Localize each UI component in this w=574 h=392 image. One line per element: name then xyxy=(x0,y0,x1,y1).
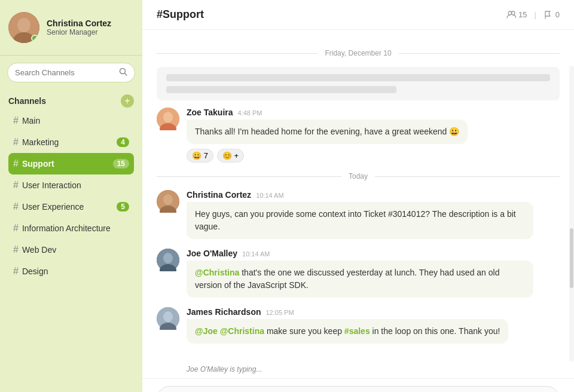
message-author: Christina Cortez xyxy=(187,190,251,200)
sidebar-item-information-architecture[interactable]: # Information Architecture xyxy=(8,218,134,239)
message-time: 12:05 PM xyxy=(266,309,294,316)
sidebar-item-design[interactable]: # Design xyxy=(8,261,134,282)
message-header: James Richardson 12:05 PM xyxy=(187,307,560,317)
svg-point-15 xyxy=(163,253,173,264)
date-divider-friday: Friday, December 10 xyxy=(157,49,560,57)
divider-line xyxy=(399,53,560,54)
search-box[interactable] xyxy=(7,63,135,82)
user-avatar xyxy=(8,12,39,43)
sidebar-item-marketing[interactable]: # Marketing 4 xyxy=(8,131,134,153)
scrollbar-thumb[interactable] xyxy=(570,228,573,288)
skeleton-line xyxy=(166,74,550,81)
hash-icon: # xyxy=(13,137,19,148)
members-icon xyxy=(506,10,516,20)
reaction-add[interactable]: 😊 + xyxy=(217,149,244,163)
channel-badge: 5 xyxy=(117,202,129,212)
avatar xyxy=(157,307,179,330)
user-profile: Christina Cortez Senior Manager xyxy=(0,0,142,56)
main-chat: #Support 15 | 0 xyxy=(142,0,574,392)
message-row: Zoe Takuira 4:48 PM Thanks all! I'm head… xyxy=(157,108,560,163)
channels-label: Channels xyxy=(8,96,46,106)
sidebar-item-user-experience[interactable]: # User Experience 5 xyxy=(8,196,134,218)
message-row: Joe O'Malley 10:14 AM @Christina that's … xyxy=(157,249,560,298)
svg-point-3 xyxy=(19,20,29,30)
avatar xyxy=(157,108,179,130)
mention: @Christina xyxy=(195,268,239,277)
divider-line xyxy=(157,53,317,54)
message-bubble: @Christina that's the one we discussed y… xyxy=(187,261,533,298)
user-info: Christina Cortez Senior Manager xyxy=(47,19,111,36)
search-input[interactable] xyxy=(15,68,115,77)
message-bubble: Hey guys, can you provide some context i… xyxy=(187,202,533,239)
flags-count: 0 xyxy=(555,10,560,19)
divider-line xyxy=(375,176,560,177)
divider-line xyxy=(157,176,341,177)
hash-icon: # xyxy=(13,158,19,169)
channels-header: Channels + xyxy=(8,90,134,110)
skeleton-message xyxy=(157,67,560,100)
sidebar-item-main[interactable]: # Main xyxy=(8,110,134,131)
hash-icon: # xyxy=(13,223,19,234)
channel-name: Marketing xyxy=(22,137,113,147)
sidebar-item-web-dev[interactable]: # Web Dev xyxy=(8,239,134,261)
message-content: Zoe Takuira 4:48 PM Thanks all! I'm head… xyxy=(187,108,560,163)
sidebar-item-user-interaction[interactable]: # User Interaction xyxy=(8,174,134,196)
flags-count-item: 0 xyxy=(544,10,560,20)
hash-icon: # xyxy=(13,201,19,212)
chat-header: #Support 15 | 0 xyxy=(142,0,574,30)
message-author: James Richardson xyxy=(187,307,261,317)
date-divider-today: Today xyxy=(157,172,560,180)
scrollbar-track[interactable] xyxy=(569,66,574,362)
avatar xyxy=(157,190,179,213)
svg-point-9 xyxy=(163,112,173,122)
hash-icon: # xyxy=(13,180,19,191)
message-time: 10:14 AM xyxy=(256,192,283,199)
skeleton-line xyxy=(166,86,396,93)
mention: @Christina xyxy=(220,326,264,336)
date-label-today: Today xyxy=(349,172,368,180)
message-bubble: Thanks all! I'm headed home for the even… xyxy=(187,120,468,144)
channel-name: Web Dev xyxy=(22,245,129,255)
add-channel-button[interactable]: + xyxy=(121,94,134,108)
message-content: Joe O'Malley 10:14 AM @Christina that's … xyxy=(187,249,560,298)
message-header: Joe O'Malley 10:14 AM xyxy=(187,249,560,258)
channel-name: User Interaction xyxy=(22,180,129,190)
channel-badge: 15 xyxy=(113,159,129,169)
search-icon xyxy=(119,68,127,78)
date-label-friday: Friday, December 10 xyxy=(325,49,391,57)
user-role: Senior Manager xyxy=(47,28,111,36)
channel-name: Main xyxy=(22,116,129,125)
typing-user: Joe O'Malley xyxy=(187,365,228,373)
message-time: 4:48 PM xyxy=(238,109,262,117)
message-bubble: @Joe @Christina make sure you keep #sale… xyxy=(187,319,508,344)
message-header: Zoe Takuira 4:48 PM xyxy=(187,108,560,117)
channel-badge: 4 xyxy=(117,137,129,147)
mention: @Joe xyxy=(195,326,218,336)
messages-area: Friday, December 10 xyxy=(142,30,574,363)
chat-body: Friday, December 10 xyxy=(142,30,574,392)
message-content: Christina Cortez 10:14 AM Hey guys, can … xyxy=(187,190,560,239)
hash-icon: # xyxy=(13,244,19,255)
reaction[interactable]: 😀 7 xyxy=(187,149,213,163)
message-author: Zoe Takuira xyxy=(187,108,233,117)
message-content: James Richardson 12:05 PM @Joe @Christin… xyxy=(187,307,560,344)
channel-title: #Support xyxy=(157,8,204,21)
message-input-area: 😊 xyxy=(142,378,574,392)
header-meta: 15 | 0 xyxy=(506,10,560,20)
message-time: 10:14 AM xyxy=(242,250,270,258)
channel-name: Support xyxy=(22,159,109,169)
typing-indicator: Joe O'Malley is typing... xyxy=(142,363,574,378)
avatar xyxy=(157,249,179,271)
svg-line-5 xyxy=(125,74,127,76)
divider: | xyxy=(534,10,536,19)
hash-icon: # xyxy=(13,115,19,126)
sidebar: Christina Cortez Senior Manager Channels… xyxy=(0,0,142,392)
svg-point-18 xyxy=(163,311,173,322)
message-input-wrapper: 😊 xyxy=(157,386,560,392)
channel-name: Design xyxy=(22,267,129,276)
message-row: James Richardson 12:05 PM @Joe @Christin… xyxy=(157,307,560,344)
typing-suffix: is typing... xyxy=(228,365,262,373)
online-indicator xyxy=(31,35,38,42)
user-name: Christina Cortez xyxy=(47,19,111,28)
sidebar-item-support[interactable]: # Support 15 xyxy=(8,153,134,174)
